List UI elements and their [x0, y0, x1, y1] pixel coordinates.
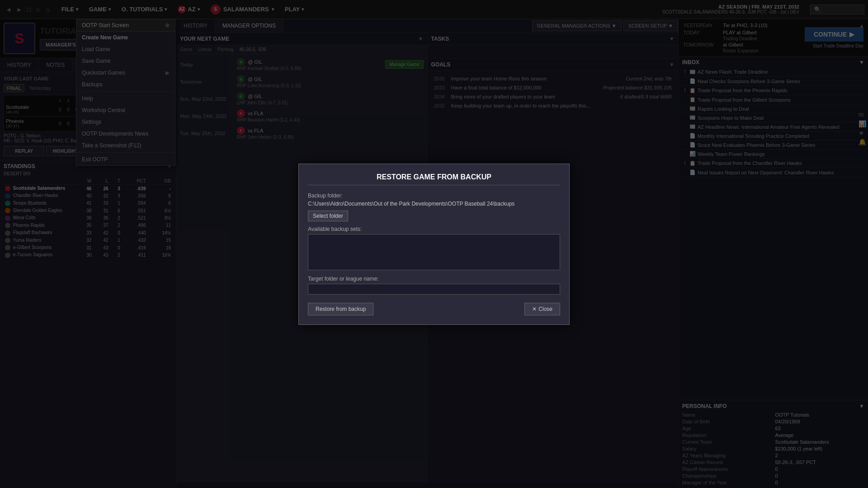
available-backups-label: Available backup sets: [308, 226, 560, 232]
target-folder-input[interactable] [308, 284, 560, 295]
restore-backup-modal: RESTORE GAME FROM BACKUP Backup folder: … [298, 164, 570, 325]
backup-folder-path: C:\Users\Aldro\Documents\Out of the Park… [308, 201, 560, 207]
modal-title: RESTORE GAME FROM BACKUP [308, 173, 560, 185]
backup-folder-label: Backup folder: [308, 192, 560, 199]
backup-list-area [308, 234, 560, 270]
select-folder-button[interactable]: Select folder [308, 211, 348, 221]
restore-backup-button[interactable]: Restore from backup [308, 303, 373, 315]
target-folder-label: Target folder or league name: [308, 276, 560, 282]
modal-footer: Restore from backup ✕ Close [308, 303, 560, 315]
close-modal-button[interactable]: ✕ Close [524, 303, 560, 315]
modal-backdrop: RESTORE GAME FROM BACKUP Backup folder: … [0, 0, 868, 488]
